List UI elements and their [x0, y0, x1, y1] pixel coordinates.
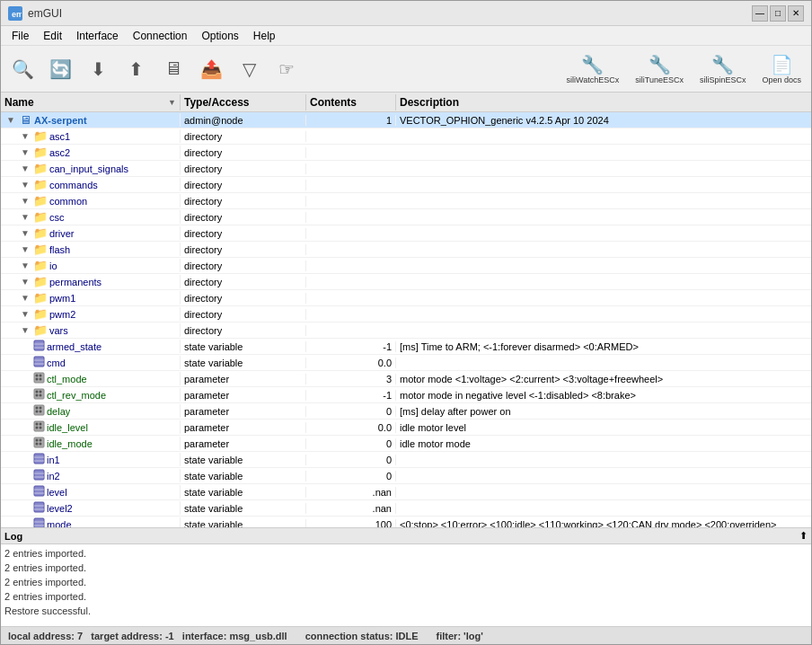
table-row[interactable]: cmdstate variable0.0 — [1, 355, 811, 371]
expand-button[interactable] — [19, 357, 31, 369]
expand-button[interactable]: ▼ — [4, 114, 17, 127]
svg-rect-42 — [34, 502, 44, 512]
minimize-button[interactable]: — — [752, 5, 768, 22]
svg-point-22 — [40, 411, 42, 413]
menu-interface[interactable]: Interface — [69, 28, 126, 44]
close-button[interactable]: ✕ — [788, 5, 804, 22]
filter-button[interactable]: ▽ — [231, 51, 267, 87]
table-row[interactable]: ▼📁iodirectory — [1, 258, 811, 274]
table-row[interactable]: idle_modeparameter0idle motor mode — [1, 436, 811, 452]
table-row[interactable]: ▼📁pwm1directory — [1, 290, 811, 306]
svg-point-17 — [40, 394, 42, 397]
row-desc-cell: idle motor level — [396, 422, 811, 433]
table-row[interactable]: ctl_modeparameter3motor mode <1:voltage>… — [1, 371, 811, 387]
row-name-label: cmd — [47, 358, 66, 368]
sili-watch-button[interactable]: 🔧 siliWatchESCx — [560, 49, 626, 89]
table-row[interactable]: levelstate variable.nan — [1, 484, 811, 500]
table-row[interactable]: ▼📁asc1directory — [1, 128, 811, 145]
table-row[interactable]: armed_statestate variable-1[ms] Time to … — [1, 339, 811, 355]
menu-edit[interactable]: Edit — [36, 28, 69, 44]
header-contents: Contents — [306, 94, 396, 110]
expand-button[interactable]: ▼ — [19, 163, 31, 175]
expand-button[interactable] — [19, 373, 31, 385]
expand-button[interactable]: ▼ — [19, 227, 31, 240]
expand-button[interactable] — [19, 502, 31, 515]
expand-button[interactable]: ▼ — [19, 130, 31, 143]
table-row[interactable]: level2state variable.nan — [1, 500, 811, 517]
table-row[interactable]: ▼📁varsdirectory — [1, 322, 811, 339]
row-type-cell: parameter — [181, 422, 306, 433]
refresh-button[interactable]: 🔄 — [42, 51, 78, 87]
expand-button[interactable]: ▼ — [19, 146, 31, 159]
row-contents-cell: 3 — [306, 374, 396, 384]
menu-file[interactable]: File — [4, 28, 36, 44]
table-row[interactable]: ▼🖥AX-serpentadmin@node1VECTOR_OPHION_gen… — [1, 112, 811, 128]
table-row[interactable]: ▼📁asc2directory — [1, 145, 811, 161]
row-contents-cell: 0 — [306, 406, 396, 417]
expand-button[interactable] — [19, 340, 31, 353]
row-name-label: driver — [49, 228, 75, 239]
upload-button[interactable]: ⬆ — [118, 51, 154, 87]
row-desc-cell: motor mode <1:voltage> <2:current> <3:vo… — [396, 374, 811, 384]
screen-button[interactable]: 🖥 — [155, 51, 191, 87]
svg-rect-5 — [34, 357, 44, 367]
row-type-cell: directory — [181, 196, 306, 207]
expand-button[interactable] — [19, 389, 31, 402]
table-row[interactable]: delayparameter0[ms] delay after power on — [1, 403, 811, 420]
table-row[interactable]: ▼📁driverdirectory — [1, 225, 811, 242]
row-contents-cell: 0 — [306, 455, 396, 465]
expand-button[interactable]: ▼ — [19, 243, 31, 256]
svg-rect-39 — [34, 486, 44, 496]
app-icon: em — [8, 6, 22, 21]
expand-button[interactable] — [19, 470, 31, 482]
expand-button[interactable]: ▼ — [19, 308, 31, 321]
folder-icon: 📁 — [33, 259, 48, 272]
expand-button[interactable] — [19, 421, 31, 434]
table-row[interactable]: idle_levelparameter0.0idle motor level — [1, 420, 811, 436]
table-row[interactable]: ▼📁can_input_signalsdirectory — [1, 161, 811, 177]
expand-button[interactable]: ▼ — [19, 260, 31, 272]
sili-tune-button[interactable]: 🔧 siliTuneESCx — [629, 49, 690, 89]
log-entry: 2 entries imported. — [4, 589, 808, 604]
menu-help[interactable]: Help — [246, 28, 283, 44]
download-button[interactable]: ⬇ — [80, 51, 116, 87]
expand-button[interactable] — [19, 486, 31, 499]
table-row[interactable]: ctl_rev_modeparameter-1motor mode in neg… — [1, 387, 811, 403]
open-docs-button[interactable]: 📄 Open docs — [755, 49, 808, 89]
sili-spin-button[interactable]: 🔧 siliSpinESCx — [693, 49, 753, 89]
export-icon: 📤 — [200, 58, 223, 80]
row-desc-cell: motor mode in negative level <-1:disable… — [396, 390, 811, 401]
expand-button[interactable] — [19, 518, 31, 528]
table-row[interactable]: ▼📁pwm2directory — [1, 306, 811, 322]
maximize-button[interactable]: □ — [770, 5, 786, 22]
header-name: Name ▼ — [1, 94, 181, 110]
table-row[interactable]: in1state variable0 — [1, 452, 811, 468]
table-row[interactable]: in2state variable0 — [1, 468, 811, 484]
expand-button[interactable]: ▼ — [19, 195, 31, 208]
docs-icon: 📄 — [771, 54, 793, 75]
expand-button[interactable] — [19, 454, 31, 466]
row-name-label: common — [49, 196, 87, 207]
statevar-icon — [33, 501, 45, 515]
table-row[interactable]: ▼📁permanentsdirectory — [1, 274, 811, 290]
table-row[interactable]: ▼📁commondirectory — [1, 193, 811, 209]
row-type-cell: parameter — [181, 438, 306, 449]
expand-button[interactable]: ▼ — [19, 179, 31, 191]
table-row[interactable]: ▼📁commandsdirectory — [1, 177, 811, 193]
expand-button[interactable] — [19, 437, 31, 450]
menu-options[interactable]: Options — [194, 28, 245, 44]
cursor-button[interactable]: ☞ — [269, 51, 304, 87]
expand-button[interactable]: ▼ — [19, 324, 31, 337]
log-entry: 2 entries imported. — [4, 575, 808, 589]
menu-connection[interactable]: Connection — [126, 28, 195, 44]
search-button[interactable]: 🔍 — [4, 51, 40, 87]
table-row[interactable]: ▼📁flashdirectory — [1, 242, 811, 258]
expand-button[interactable] — [19, 405, 31, 418]
svg-rect-45 — [34, 518, 44, 527]
expand-button[interactable]: ▼ — [19, 276, 31, 288]
expand-button[interactable]: ▼ — [19, 211, 31, 224]
export-button[interactable]: 📤 — [193, 51, 229, 87]
table-row[interactable]: modestate variable100<0:stop> <10:error>… — [1, 517, 811, 527]
table-row[interactable]: ▼📁cscdirectory — [1, 209, 811, 225]
expand-button[interactable]: ▼ — [19, 292, 31, 305]
